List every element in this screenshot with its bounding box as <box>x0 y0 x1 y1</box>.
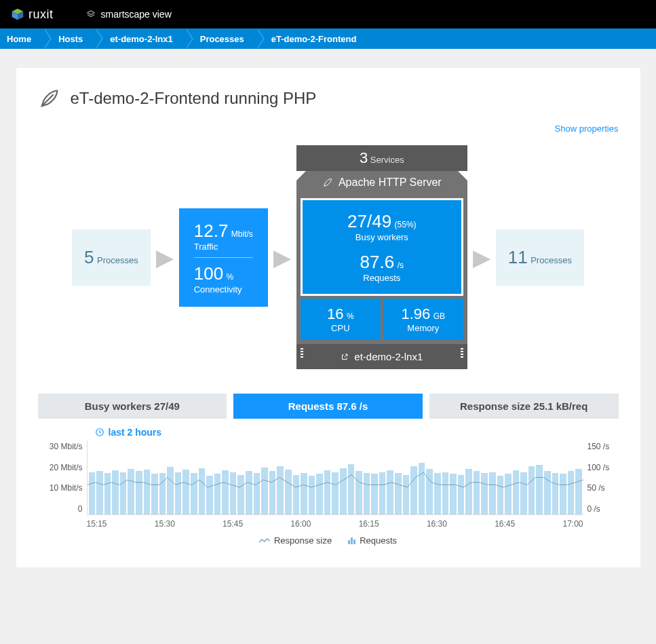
external-link-icon <box>341 353 349 361</box>
feather-icon <box>38 87 61 110</box>
host-footer[interactable]: et-demo-2-lnx1 <box>296 344 467 369</box>
page-title: eT-demo-2-Frontend running PHP <box>71 89 317 108</box>
metric-tab[interactable]: Requests 87.6 /s <box>233 394 423 419</box>
top-bar: ruxit smartscape view <box>0 0 656 29</box>
clock-icon <box>95 428 104 437</box>
left-processes-box[interactable]: 5 Processes <box>72 229 151 286</box>
metric-tab[interactable]: Response size 25.1 kB/req <box>429 394 619 419</box>
legend-requests[interactable]: Requests <box>348 535 397 546</box>
cpu-cell: 16 % CPU <box>301 299 381 340</box>
brand-logo[interactable]: ruxit <box>11 7 54 22</box>
bars-icon <box>348 537 355 544</box>
breadcrumb: HomeHostset-demo-2-lnx1ProcesseseT-demo-… <box>0 29 656 49</box>
show-properties-link[interactable]: Show properties <box>555 124 619 134</box>
x-axis: 15:1515:3015:4516:0016:1516:3016:4517:00 <box>87 519 583 529</box>
arrow-icon: ▶ <box>273 244 291 271</box>
breadcrumb-item[interactable]: et-demo-2-lnx1 <box>95 29 185 49</box>
metric-tabs: Busy workers 27/49Requests 87.6 /sRespon… <box>38 394 619 419</box>
y-axis-right: 150 /s100 /s50 /s0 /s <box>583 440 619 515</box>
services-header: 3 Services <box>296 145 467 171</box>
server-title: Apache HTTP Server <box>296 171 467 194</box>
response-size-line <box>88 472 583 487</box>
legend-response-size[interactable]: Response size <box>259 535 332 546</box>
breadcrumb-item[interactable]: Processes <box>185 29 256 49</box>
svg-marker-3 <box>87 11 94 15</box>
traffic-box[interactable]: 12.7 Mbit/s Traffic 100 % Connectivity <box>179 208 268 307</box>
right-processes-box[interactable]: 11 Processes <box>496 229 584 286</box>
cube-icon <box>11 7 24 21</box>
line-icon <box>259 537 270 544</box>
breadcrumb-item[interactable]: Home <box>0 29 43 49</box>
memory-cell: 1.96 GB Memory <box>383 299 463 340</box>
apache-main-metrics: 27/49 (55%) Busy workers 87.6 /s Request… <box>301 198 463 296</box>
time-range-selector[interactable]: last 2 hours <box>95 427 619 438</box>
topology-row: 5 Processes ▶ 12.7 Mbit/s Traffic 100 % … <box>38 145 619 369</box>
y-axis-left: 30 Mbit/s20 Mbit/s10 Mbit/s0 <box>38 440 87 515</box>
apache-card[interactable]: 3 Services Apache HTTP Server 27/49 (55%… <box>296 145 467 369</box>
chart-plot[interactable] <box>87 440 583 515</box>
layers-icon <box>86 10 96 19</box>
chart-legend: Response size Requests <box>38 535 619 546</box>
arrow-icon: ▶ <box>156 244 174 271</box>
brand-text: ruxit <box>28 7 54 22</box>
smartscape-link[interactable]: smartscape view <box>86 9 172 20</box>
breadcrumb-item[interactable]: eT-demo-2-Frontend <box>256 29 369 49</box>
feather-icon <box>322 177 333 188</box>
main-panel: eT-demo-2-Frontend running PHP Show prop… <box>16 68 640 567</box>
arrow-icon: ▶ <box>473 244 490 271</box>
metric-tab[interactable]: Busy workers 27/49 <box>38 394 227 419</box>
chart-area: last 2 hours 30 Mbit/s20 Mbit/s10 Mbit/s… <box>38 427 619 546</box>
